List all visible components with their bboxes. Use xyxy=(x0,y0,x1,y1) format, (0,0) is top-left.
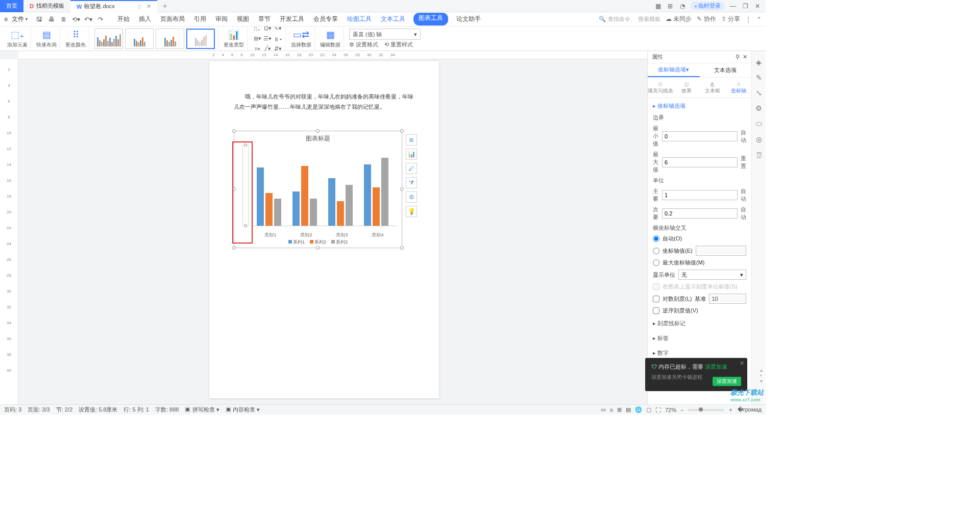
cb-log[interactable]: 对数刻度(L)基准 xyxy=(653,294,746,304)
status-words[interactable]: 字数: 888 xyxy=(155,406,179,414)
panel-close-icon[interactable]: ✕ xyxy=(743,54,747,60)
menu-draw-tools[interactable]: 绘图工具 xyxy=(346,13,373,26)
view-web-icon[interactable]: ⊞ xyxy=(617,406,622,413)
hamburger-icon[interactable]: ≡ xyxy=(4,16,8,23)
view-focus-icon[interactable]: ▢ xyxy=(646,406,651,413)
rtool-settings-icon[interactable]: ⚙ xyxy=(755,104,762,112)
legend-icon[interactable]: ☰▾ xyxy=(263,34,272,43)
section-tickmarks[interactable]: ▸ 刻度线标记 xyxy=(653,318,746,329)
print-icon[interactable]: 🖶 xyxy=(47,15,56,24)
chart-tool-idea-icon[interactable]: 💡 xyxy=(406,206,417,217)
rtool-location-icon[interactable]: ◎ xyxy=(756,135,762,143)
menu-insert[interactable]: 插入 xyxy=(138,13,152,26)
layout-icon[interactable]: ▦ xyxy=(654,2,662,10)
resize-handle[interactable] xyxy=(400,187,404,191)
ribbon-add-element[interactable]: ⬚₊ 添加元素 xyxy=(4,28,31,50)
tab-menu-icon[interactable]: ▯ xyxy=(138,3,141,10)
element-selector[interactable]: 垂直 (值) 轴▾ xyxy=(349,29,421,40)
view-read-icon[interactable]: ▤ xyxy=(626,406,631,413)
zoom-value[interactable]: 72% xyxy=(665,407,676,413)
chart-style-2[interactable] xyxy=(125,29,154,49)
menu-review[interactable]: 审阅 xyxy=(214,13,229,26)
coop-button[interactable]: ✎ 协作 xyxy=(697,15,716,23)
toast-accel-button[interactable]: 深度加速 xyxy=(713,377,741,386)
subtab-text-opts[interactable]: 文本选项 xyxy=(700,63,752,77)
radio-value[interactable]: 坐标轴值(E) xyxy=(653,246,746,256)
chart-tool-brush-icon[interactable]: 🖊 xyxy=(406,163,417,174)
menu-thesis[interactable]: 论文助手 xyxy=(455,13,482,26)
y-axis-selected[interactable] xyxy=(242,144,249,226)
resize-handle[interactable] xyxy=(232,129,236,133)
ribbon-quick-layout[interactable]: ▤ 快速布局 xyxy=(33,28,60,50)
collapse-ribbon-icon[interactable]: ⌃ xyxy=(756,16,762,23)
sync-status[interactable]: ☁ 未同步 xyxy=(666,15,692,23)
cb-reverse[interactable]: 逆序刻度值(V) xyxy=(653,307,746,315)
reset-style-button[interactable]: ⟲ 重置样式 xyxy=(384,41,413,49)
menu-ref[interactable]: 引用 xyxy=(193,13,207,26)
chart-style-1[interactable] xyxy=(94,29,123,49)
min-input[interactable] xyxy=(662,131,738,141)
skin-icon[interactable]: ◔ xyxy=(678,2,687,10)
trend-icon[interactable]: ∿▾ xyxy=(273,24,282,33)
undo-icon[interactable]: ↶▾ xyxy=(84,15,93,24)
status-page[interactable]: 页面: 3/3 xyxy=(28,406,50,414)
menu-text-tools[interactable]: 文本工具 xyxy=(380,13,406,26)
toast-close-icon[interactable]: ✕ xyxy=(740,360,744,367)
chart-tool-format-icon[interactable]: ≣ xyxy=(406,134,417,146)
radio-max[interactable]: 最大坐标轴值(M) xyxy=(653,259,746,267)
more-icon[interactable]: ⋮ xyxy=(745,16,751,23)
picon-axis[interactable]: ⎍坐标轴 xyxy=(725,78,751,98)
plot-area[interactable] xyxy=(253,144,397,226)
view-globe-icon[interactable]: 🌐 xyxy=(635,406,642,413)
axis-title-icon[interactable]: ⊡▾ xyxy=(263,24,272,33)
major-input[interactable] xyxy=(662,190,738,200)
zoom-slider[interactable] xyxy=(688,409,724,411)
chart-title[interactable]: 图表标题 xyxy=(234,131,402,143)
redo-icon[interactable]: ↷ xyxy=(96,15,105,24)
section-labels[interactable]: ▸ 标签 xyxy=(653,332,746,344)
apps-icon[interactable]: ⊞ xyxy=(666,2,674,10)
resize-handle[interactable] xyxy=(316,129,320,133)
display-unit-select[interactable]: 无▾ xyxy=(678,270,746,280)
rtool-style-icon[interactable]: ✎ xyxy=(756,74,762,82)
ribbon-change-color[interactable]: ⠿ 更改颜色 xyxy=(62,28,89,50)
reset-button[interactable]: 重置 xyxy=(741,155,746,170)
rtool-select-icon[interactable]: ⤡ xyxy=(756,89,762,97)
status-page-no[interactable]: 页码: 3 xyxy=(4,406,21,414)
view-outline-icon[interactable]: ≡ xyxy=(610,407,613,413)
chart-tool-gear-icon[interactable]: ⚙ xyxy=(406,191,417,203)
gridline-icon[interactable]: ⊞▾ xyxy=(253,34,262,43)
close-window-icon[interactable]: ✕ xyxy=(753,2,762,10)
tab-document[interactable]: W 盼望着.docx ▯ ✕ xyxy=(70,0,157,12)
view-page-icon[interactable]: ▭ xyxy=(601,406,606,413)
menu-file[interactable]: 文件▾ xyxy=(12,15,28,23)
menu-start[interactable]: 开始 xyxy=(116,13,131,26)
subtab-axis-opts[interactable]: 坐标轴选项 ▾ xyxy=(648,63,700,77)
format-button[interactable]: ⚙ 设置格式 xyxy=(349,41,378,49)
chart-style-4[interactable] xyxy=(186,29,215,49)
chart-tool-type-icon[interactable]: 📊 xyxy=(406,149,417,160)
expand-icon[interactable]: �громад xyxy=(738,406,762,413)
resize-handle[interactable] xyxy=(232,246,236,250)
menu-vip[interactable]: 会员专享 xyxy=(312,13,339,26)
tab-templates[interactable]: D 找稻壳模板 xyxy=(23,0,70,12)
tab-add[interactable]: ＋ xyxy=(157,2,173,11)
axis-icon[interactable]: ⎍▾ xyxy=(253,24,262,33)
undo-split-icon[interactable]: ⟲▾ xyxy=(71,15,81,24)
preview-icon[interactable]: 🗎 xyxy=(59,15,68,24)
status-spell[interactable]: ▣ 拼写检查 ▾ xyxy=(185,406,219,414)
picon-fill[interactable]: ◇填充与线条 xyxy=(648,78,674,98)
rtool-diamond-icon[interactable]: ◈ xyxy=(756,58,762,66)
resize-handle[interactable] xyxy=(316,246,320,250)
picon-effect[interactable]: ◻效果 xyxy=(674,78,700,98)
zoom-in-icon[interactable]: ＋ xyxy=(728,406,733,414)
picon-textbox[interactable]: A̲文本框 xyxy=(700,78,726,98)
chart-style-3[interactable] xyxy=(156,29,184,49)
error-icon[interactable]: ⫼▾ xyxy=(273,34,282,43)
chart-legend[interactable]: 系列1 系列2 系列3 xyxy=(234,239,402,246)
zoom-fit-icon[interactable]: ⛶ xyxy=(655,407,661,413)
search-box[interactable]: 🔍 查找命令、搜索模板 xyxy=(599,15,660,23)
chart-tool-filter-icon[interactable]: ⧩ xyxy=(406,177,417,188)
maximize-icon[interactable]: ❐ xyxy=(741,2,749,10)
rtool-help-icon[interactable]: ⍰ xyxy=(757,151,761,159)
